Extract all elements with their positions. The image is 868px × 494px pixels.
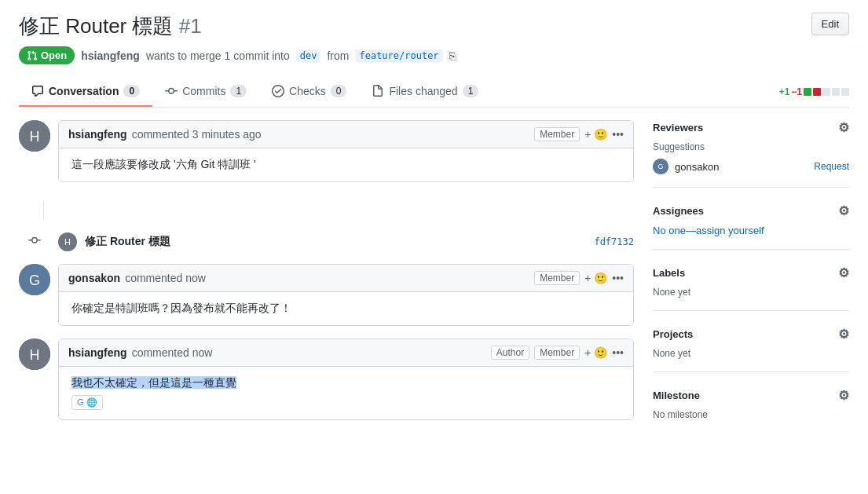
- comment-time-3: commented now: [132, 346, 213, 359]
- comment-1: H hsiangfeng commented 3 minutes ago Mem…: [19, 120, 634, 182]
- avatar-img-hsiangfeng-2: H: [19, 338, 50, 370]
- milestone-title-row: Milestone ⚙: [653, 388, 849, 403]
- labels-gear-icon[interactable]: ⚙: [838, 265, 849, 280]
- comment-body-3: 我也不太確定，但是這是一種直覺 G 🌐: [59, 367, 633, 419]
- tab-commits-label: Commits: [182, 85, 225, 97]
- diff-stat: +1 −1: [779, 86, 849, 97]
- pr-header: 修正 Router 標題 #1 Edit: [19, 13, 849, 40]
- diff-block-gray-2: [832, 88, 840, 96]
- commit-sha[interactable]: fdf7132: [594, 236, 634, 247]
- milestone-gear-icon[interactable]: ⚙: [838, 388, 849, 403]
- tab-files-badge: 1: [463, 85, 479, 97]
- edit-button[interactable]: Edit: [811, 13, 849, 35]
- comment-2: G gonsakon commented now Member + 🙂 ••• …: [19, 264, 634, 326]
- translate-badge[interactable]: G 🌐: [71, 395, 103, 410]
- pr-title-text: 修正 Router 標題: [19, 14, 174, 38]
- member-badge-2: Member: [534, 271, 580, 285]
- reviewers-title: Reviewers: [653, 122, 703, 134]
- author-badge-3: Author: [491, 346, 529, 360]
- comment-body-1: 這一段應該要修改成 '六角 Git 特訓班 ': [59, 148, 633, 181]
- labels-empty: None yet: [653, 287, 849, 298]
- more-button-2[interactable]: •••: [612, 272, 624, 284]
- base-branch[interactable]: dev: [296, 49, 321, 62]
- labels-title: Labels: [653, 267, 685, 279]
- assignees-title: Assignees: [653, 205, 704, 217]
- checks-icon: [272, 85, 284, 97]
- sidebar-reviewers: Reviewers ⚙ Suggestions G gonsakon Reque…: [653, 120, 849, 188]
- request-link[interactable]: Request: [814, 161, 849, 172]
- reviewers-title-row: Reviewers ⚙: [653, 120, 849, 135]
- avatar-gonsakon: G: [19, 264, 50, 295]
- projects-title: Projects: [653, 328, 693, 340]
- commit-avatar-img: H: [58, 232, 77, 251]
- tab-conversation[interactable]: Conversation 0: [19, 77, 152, 107]
- comment-body-2: 你確定是特訓班嗎？因為發布就不能再改了！: [59, 292, 633, 325]
- commit-line: [43, 201, 44, 220]
- more-button-3[interactable]: •••: [612, 346, 624, 359]
- tab-conversation-label: Conversation: [49, 85, 119, 97]
- tab-checks-label: Checks: [289, 85, 326, 97]
- commit-icon-container: [19, 234, 50, 250]
- comment-3: H hsiangfeng commented now Author Member…: [19, 338, 634, 420]
- comment-header-right-2: Member + 🙂 •••: [534, 271, 624, 285]
- more-button-1[interactable]: •••: [612, 128, 624, 141]
- avatar-img-gonsakon: G: [19, 264, 50, 295]
- milestone-empty: No milestone: [653, 409, 849, 420]
- svg-text:H: H: [30, 129, 40, 145]
- milestone-title: Milestone: [653, 390, 700, 401]
- main-content: H hsiangfeng commented 3 minutes ago Mem…: [19, 108, 849, 448]
- emoji-button-1[interactable]: + 🙂: [584, 128, 607, 141]
- from-text: from: [327, 49, 349, 62]
- reviewer-name: gonsakon: [675, 161, 719, 173]
- comment-box-2: gonsakon commented now Member + 🙂 ••• 你確…: [58, 264, 634, 326]
- comment-box-3: hsiangfeng commented now Author Member +…: [58, 338, 634, 420]
- reviewers-gear-icon[interactable]: ⚙: [838, 120, 849, 135]
- pr-number: #1: [179, 14, 202, 38]
- commit-message[interactable]: 修正 Router 標題: [85, 235, 170, 249]
- tab-files-changed[interactable]: Files changed 1: [359, 77, 491, 107]
- commits-icon: [165, 85, 178, 97]
- diff-block-green: [804, 88, 811, 96]
- comment-header-3: hsiangfeng commented now Author Member +…: [59, 339, 633, 367]
- labels-title-row: Labels ⚙: [653, 265, 849, 280]
- tab-commits[interactable]: Commits 1: [152, 77, 259, 107]
- pr-title: 修正 Router 標題 #1: [19, 13, 202, 40]
- pr-icon: [27, 50, 38, 61]
- reviewer-suggestions-label: Suggestions: [653, 141, 849, 152]
- diff-deletions: −1: [791, 86, 802, 97]
- comment-author-2[interactable]: gonsakon: [68, 272, 120, 284]
- tabs-bar: Conversation 0 Commits 1 Checks 0 Files …: [19, 77, 849, 108]
- tab-checks[interactable]: Checks 0: [259, 77, 359, 107]
- projects-gear-icon[interactable]: ⚙: [838, 327, 849, 342]
- comment-header-2: gonsakon commented now Member + 🙂 •••: [59, 265, 633, 292]
- diff-block-gray-3: [841, 88, 849, 96]
- comment-text-highlighted-3: 我也不太確定，但是這是一種直覺: [71, 376, 236, 389]
- avatar-hsiangfeng-2: H: [19, 338, 50, 370]
- comment-header-1: hsiangfeng commented 3 minutes ago Membe…: [59, 121, 633, 148]
- assignees-title-row: Assignees ⚙: [653, 203, 849, 218]
- assignees-empty: No one—assign yourself: [653, 225, 849, 236]
- reviewer-item: G gonsakon Request: [653, 159, 849, 174]
- head-branch[interactable]: feature/router: [355, 49, 442, 62]
- commit-row: [19, 195, 634, 226]
- open-badge: Open: [19, 46, 75, 64]
- reviewer-avatar: G: [653, 159, 668, 174]
- diff-block-red: [813, 88, 821, 96]
- files-icon: [372, 85, 384, 97]
- pr-author: hsiangfeng: [81, 49, 140, 62]
- avatar-hsiangfeng-1: H: [19, 120, 50, 152]
- emoji-button-2[interactable]: + 🙂: [584, 272, 607, 284]
- assign-yourself-link[interactable]: No one—assign yourself: [653, 225, 764, 236]
- comment-text-1: 這一段應該要修改成 '六角 Git 特訓班 ': [71, 158, 256, 170]
- comment-time-2: commented now: [125, 272, 206, 284]
- comment-author-1[interactable]: hsiangfeng: [68, 128, 127, 141]
- svg-text:H: H: [30, 347, 40, 363]
- tab-conversation-badge: 0: [123, 85, 140, 97]
- comment-text-2: 你確定是特訓班嗎？因為發布就不能再改了！: [71, 302, 291, 314]
- comment-author-3[interactable]: hsiangfeng: [68, 346, 127, 359]
- sidebar: Reviewers ⚙ Suggestions G gonsakon Reque…: [653, 120, 849, 448]
- emoji-button-3[interactable]: + 🙂: [584, 346, 607, 359]
- tab-files-label: Files changed: [389, 85, 457, 97]
- copy-icon[interactable]: ⎘: [449, 49, 456, 62]
- assignees-gear-icon[interactable]: ⚙: [838, 203, 849, 218]
